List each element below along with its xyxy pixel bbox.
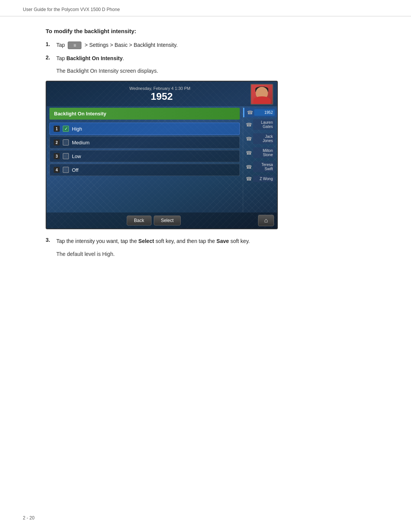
checkbox-off[interactable]: [63, 167, 69, 173]
page-content: To modify the backlight intensity: 1. Ta…: [0, 16, 411, 268]
contact-name-jack: Jack Jones: [253, 133, 275, 144]
phone-icon-jack: ☎: [245, 136, 252, 141]
contact-item-zwong[interactable]: ☎ Z Wong: [243, 174, 277, 184]
item-num-3: 3: [54, 153, 60, 159]
select-key-label: Select: [139, 238, 154, 244]
step-2-number: 2.: [46, 54, 56, 61]
item-num-2: 2: [54, 139, 60, 145]
item-label-high: High: [72, 126, 82, 132]
contact-name-milton: Milton Stone: [253, 147, 275, 158]
item-label-medium: Medium: [72, 140, 89, 145]
checkmark-icon: ✓: [64, 126, 68, 131]
phone-icon-self: ☎: [247, 110, 253, 115]
menu-icon: [68, 42, 81, 49]
contact-item-lauren[interactable]: ☎ Lauren Gates: [243, 118, 277, 131]
phone-icon-lauren: ☎: [245, 122, 252, 127]
step-2-text: Tap Backlight On Intensity.: [56, 54, 124, 62]
backlight-intensity-link: Backlight On Intensity: [66, 55, 123, 61]
contact-item-teresa[interactable]: ☎ Teresa Swift: [243, 160, 277, 174]
step-3: 3. Tap the intensity you want, tap the S…: [46, 237, 365, 245]
phone-extension: 1952: [106, 91, 218, 102]
contact-name-zwong: Z Wong: [253, 176, 275, 182]
contact-item-milton[interactable]: ☎ Milton Stone: [243, 146, 277, 160]
phone-icon-teresa: ☎: [245, 164, 252, 169]
back-button[interactable]: Back: [127, 216, 151, 225]
phone-screen: Wednesday, February 4 1:30 PM 1952: [46, 81, 278, 229]
intensity-option-off[interactable]: 4 Off: [49, 164, 240, 176]
item-num-4: 4: [54, 167, 60, 173]
select-button[interactable]: Select: [154, 216, 181, 225]
soft-key-group: Back Select: [49, 216, 258, 225]
checkbox-low[interactable]: [63, 153, 69, 159]
checkbox-medium[interactable]: [63, 139, 69, 145]
section-heading: To modify the backlight intensity:: [46, 28, 365, 34]
contact-item-jack[interactable]: ☎ Jack Jones: [243, 132, 277, 145]
home-button[interactable]: ⌂: [258, 215, 274, 226]
save-key-label: Save: [217, 238, 229, 244]
intensity-option-medium[interactable]: 2 Medium: [49, 136, 240, 149]
page-number: 2 - 20: [23, 515, 35, 521]
phone-icon-zwong: ☎: [245, 176, 252, 182]
document-header: User Guide for the Polycom VVX 1500 D Ph…: [0, 0, 411, 16]
phone-left-panel: Backlight On Intensity 1 ✓ High 2: [46, 106, 243, 212]
step-1-text: Tap > Settings > Basic > Backlight Inten…: [56, 41, 178, 49]
avatar-body: [253, 96, 271, 104]
screen-title: Backlight On Intensity: [54, 111, 106, 117]
screen-header-bar: Backlight On Intensity: [49, 108, 240, 120]
intensity-option-low[interactable]: 3 Low: [49, 150, 240, 162]
step-1: 1. Tap > Settings > Basic > Backlight In…: [46, 41, 365, 49]
phone-top-bar: Wednesday, February 4 1:30 PM 1952: [46, 81, 277, 106]
contact-item-self[interactable]: ☎ 1952: [243, 108, 277, 117]
step-3-text: Tap the intensity you want, tap the Sele…: [56, 237, 250, 245]
avatar: [250, 84, 273, 105]
phone-icon-milton: ☎: [245, 150, 252, 155]
page-footer: 2 - 20: [23, 515, 35, 521]
phone-contacts-sidebar: ☎ 1952 ☎ Lauren Gates ☎ Jack Jones ☎ Mil…: [243, 106, 277, 212]
item-label-off: Off: [72, 167, 78, 173]
phone-screen-wrapper: Wednesday, February 4 1:30 PM 1952: [46, 81, 365, 229]
substep-text: The Backlight On Intensity screen displa…: [56, 68, 365, 74]
contact-name-lauren: Lauren Gates: [253, 119, 275, 130]
default-level-note: The default level is High.: [56, 251, 365, 257]
intensity-options-list: 1 ✓ High 2 Medium 3: [46, 121, 243, 177]
intensity-option-high[interactable]: 1 ✓ High: [49, 123, 240, 135]
contact-name-self: 1952: [254, 109, 275, 116]
item-num-1: 1: [54, 126, 60, 132]
step-3-number: 3.: [46, 237, 56, 243]
phone-soft-keys: Back Select ⌂: [46, 212, 277, 228]
phone-main-area: Backlight On Intensity 1 ✓ High 2: [46, 106, 277, 212]
document-title: User Guide for the Polycom VVX 1500 D Ph…: [23, 7, 120, 12]
phone-datetime: Wednesday, February 4 1:30 PM: [106, 86, 218, 91]
step-2: 2. Tap Backlight On Intensity.: [46, 54, 365, 62]
contact-name-teresa: Teresa Swift: [253, 161, 275, 172]
checkbox-high[interactable]: ✓: [63, 126, 69, 132]
step-1-number: 1.: [46, 41, 56, 47]
item-label-low: Low: [72, 153, 81, 159]
